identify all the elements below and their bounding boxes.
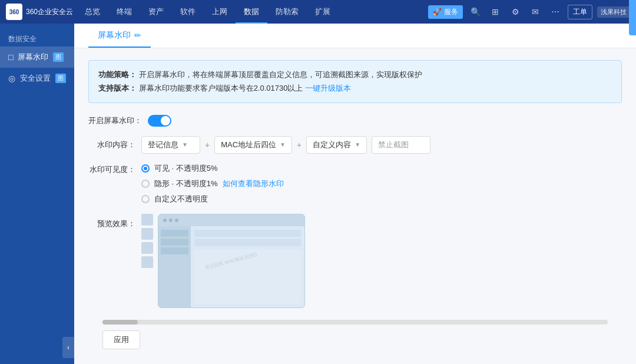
main-layout: 数据安全 □ 屏幕水印 图 ◎ 安全设置 图 ‹ 屏幕水印 ✏ xyxy=(0,24,636,364)
preview-screen-sidebar-panel xyxy=(158,226,191,307)
sidebar-item-watermark[interactable]: □ 屏幕水印 图 xyxy=(0,47,74,68)
brand-tag: 浅果科技 xyxy=(597,6,630,18)
plus-sign-1: + xyxy=(205,140,210,150)
nav-right-actions: 🚀 服务 🔍 ⊞ ⚙ ✉ ⋯ 工单 浅果科技 xyxy=(428,4,630,19)
watermark-badge: 图 xyxy=(53,52,64,62)
logo-icon: 360 xyxy=(6,4,22,20)
nav-item-assets[interactable]: 资产 xyxy=(140,0,172,24)
preview-row: 预览效果： xyxy=(88,214,622,308)
grid-button[interactable]: ⊞ xyxy=(488,4,503,19)
preview-main-content-box xyxy=(194,250,301,304)
sidebar-item-security[interactable]: ◎ 安全设置 图 xyxy=(0,68,74,89)
radio-invisible[interactable]: 隐形 · 不透明度1% 如何查看隐形水印 xyxy=(141,178,284,189)
dropdown-login-info[interactable]: 登记信息 ▼ xyxy=(141,136,200,154)
nav-item-ransomware[interactable]: 防勒索 xyxy=(267,0,307,24)
info-box: 功能策略： 开启屏幕水印，将在终端屏幕顶层覆盖自定义信息，可追溯截图来源，实现版… xyxy=(88,60,622,103)
watermark-content-label: 水印内容： xyxy=(88,140,135,150)
settings-button[interactable]: ⚙ xyxy=(508,4,523,19)
nav-item-terminal[interactable]: 终端 xyxy=(108,0,140,24)
info-function-text: 功能策略： 开启屏幕水印，将在终端屏幕顶层覆盖自定义信息，可追溯截图来源，实现版… xyxy=(98,68,612,81)
service-button[interactable]: 🚀 服务 xyxy=(428,5,463,19)
watermark-icon: □ xyxy=(8,52,13,62)
nav-items: 总览 终端 资产 软件 上网 数据 防勒索 扩展 xyxy=(77,0,428,24)
chevron-down-icon-2: ▼ xyxy=(280,141,286,148)
dropdown-custom-content[interactable]: 自定义内容 ▼ xyxy=(306,136,367,154)
plus-sign-2: + xyxy=(297,140,302,150)
chevron-down-icon: ▼ xyxy=(182,141,188,148)
nav-item-internet[interactable]: 上网 xyxy=(204,0,236,24)
radio-visible-circle[interactable] xyxy=(141,164,150,173)
page-header: 屏幕水印 ✏ xyxy=(74,24,636,48)
sidebar: 数据安全 □ 屏幕水印 图 ◎ 安全设置 图 ‹ xyxy=(0,24,74,364)
nav-item-software[interactable]: 软件 xyxy=(172,0,204,24)
blue-corner-decoration xyxy=(629,24,636,35)
security-badge: 图 xyxy=(55,74,66,83)
content-body: 功能策略： 开启屏幕水印，将在终端屏幕顶层覆盖自定义信息，可追溯截图来源，实现版… xyxy=(74,48,636,361)
sidebar-collapse-button[interactable]: ‹ xyxy=(62,337,74,358)
preview-side-item-1 xyxy=(161,230,188,237)
apply-button-area: 应用 xyxy=(88,330,622,349)
preview-thumb-3 xyxy=(141,242,153,254)
preview-screen-body xyxy=(158,226,304,307)
watermark-dropdowns: 登记信息 ▼ + MAC地址后四位 ▼ + 自定义内容 ▼ 禁止截图 xyxy=(141,136,430,154)
preview-thumb-4 xyxy=(141,256,153,268)
preview-side-item-3 xyxy=(161,247,188,254)
chevron-down-icon-3: ▼ xyxy=(355,141,360,148)
preview-thumb-2 xyxy=(141,228,153,240)
watermark-content-row: 水印内容： 登记信息 ▼ + MAC地址后四位 ▼ + 自定义内容 ▼ xyxy=(88,136,622,154)
visibility-radio-group: 可见 · 不透明度5% 隐形 · 不透明度1% 如何查看隐形水印 自定义不透明度 xyxy=(141,163,284,204)
preview-thumbnails xyxy=(141,214,153,268)
upgrade-link[interactable]: 一键升级版本 xyxy=(305,84,351,92)
dropdown-mac-address[interactable]: MAC地址后四位 ▼ xyxy=(214,136,292,154)
radio-custom-opacity[interactable]: 自定义不透明度 xyxy=(141,194,284,204)
screenshot-input[interactable]: 禁止截图 xyxy=(372,136,430,154)
sidebar-section-title: 数据安全 xyxy=(0,29,74,47)
top-navigation: 360 360企业安全云 总览 终端 资产 软件 上网 数据 防勒索 扩展 🚀 … xyxy=(0,0,636,24)
preview-thumb-1 xyxy=(141,214,153,226)
dot-2 xyxy=(169,219,173,222)
more-button[interactable]: ⋯ xyxy=(548,4,563,19)
logo-text: 360企业安全云 xyxy=(26,7,73,17)
preview-screen-header xyxy=(158,214,304,226)
nav-item-data[interactable]: 数据 xyxy=(236,0,267,24)
preview-screen-main-panel xyxy=(191,226,304,307)
tab-watermark[interactable]: 屏幕水印 ✏ xyxy=(88,24,151,48)
security-icon: ◎ xyxy=(8,74,15,83)
enable-toggle[interactable] xyxy=(148,115,171,127)
mail-button[interactable]: ✉ xyxy=(528,4,543,19)
preview-side-item-2 xyxy=(161,239,188,246)
search-button[interactable]: 🔍 xyxy=(468,4,483,19)
nav-item-overview[interactable]: 总览 xyxy=(77,0,108,24)
enable-toggle-row: 开启屏幕水印： xyxy=(88,115,622,127)
radio-invisible-circle[interactable] xyxy=(141,180,150,188)
visibility-label: 水印可见度： xyxy=(88,163,135,175)
content-area: 屏幕水印 ✏ 功能策略： 开启屏幕水印，将在终端屏幕顶层覆盖自定义信息，可追溯截… xyxy=(74,24,636,364)
radio-visible[interactable]: 可见 · 不透明度5% xyxy=(141,163,284,174)
preview-screen: 登记信息 MAC地址后四位 xyxy=(158,214,305,308)
info-support-text: 支持版本： 屏幕水印功能要求客户端版本号在2.0.01730以上 一键升级版本 xyxy=(98,81,612,95)
work-order-button[interactable]: 工单 xyxy=(568,5,592,19)
visibility-row: 水印可见度： 可见 · 不透明度5% 隐形 · 不透明度1% 如何查看隐形水印 … xyxy=(88,163,622,204)
preview-main-row-2 xyxy=(194,239,301,246)
scroll-hint-bar[interactable] xyxy=(102,320,608,325)
scroll-thumb[interactable] xyxy=(102,320,138,325)
nav-item-expand[interactable]: 扩展 xyxy=(307,0,339,24)
radio-custom-opacity-circle[interactable] xyxy=(141,195,150,203)
apply-button[interactable]: 应用 xyxy=(102,330,140,349)
enable-label: 开启屏幕水印： xyxy=(88,115,142,126)
rocket-icon: 🚀 xyxy=(433,8,442,16)
preview-main-row-1 xyxy=(194,230,301,237)
tab-icon: ✏ xyxy=(134,31,141,40)
preview-label: 预览效果： xyxy=(88,214,135,229)
invisible-watermark-link[interactable]: 如何查看隐形水印 xyxy=(223,178,284,189)
dot-3 xyxy=(175,219,178,222)
logo-area: 360 360企业安全云 xyxy=(6,4,77,20)
preview-area: 登记信息 MAC地址后四位 xyxy=(141,214,305,308)
dot-1 xyxy=(163,219,167,222)
